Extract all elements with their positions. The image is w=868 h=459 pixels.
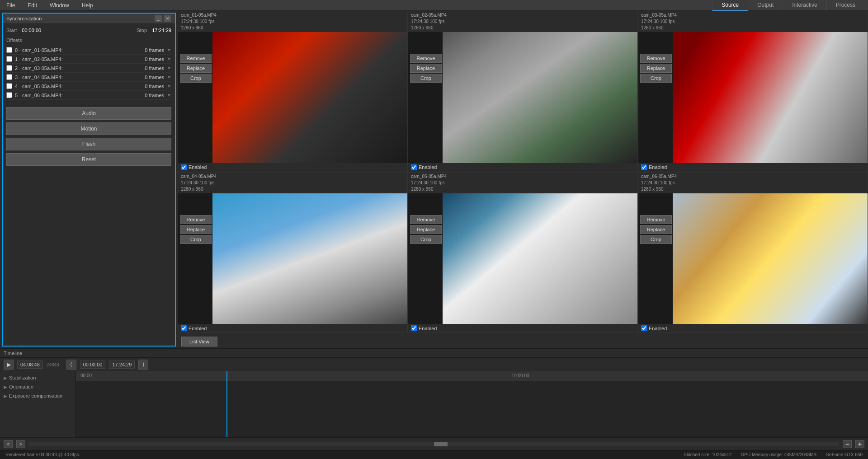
menubar: File Edit Window Help Source Output Inte… — [0, 0, 868, 11]
camera-name-4: 4 - cam_05-05a.MP4: — [15, 84, 145, 89]
sync-close-btn[interactable]: ✕ — [164, 15, 171, 22]
timeline: Timeline ▶ 04:08:48 24848 ⟨ 00:00:00 17:… — [0, 348, 868, 450]
track-exposure[interactable]: ▶ Exposure compensation — [0, 391, 75, 400]
cam-buttons-3: Remove Replace Crop — [180, 215, 212, 244]
camera-grid: cam_01-05a.MP4 17:24:30 100 fps 1280 x 9… — [178, 11, 868, 348]
cam-filename-5: cam_06-05a.MP4 — [641, 173, 865, 180]
camera-check-4[interactable] — [6, 83, 12, 89]
tab-output[interactable]: Output — [748, 0, 783, 11]
timeline-track-area[interactable] — [76, 381, 868, 437]
camera-arrow-1[interactable]: ▼ — [167, 56, 171, 61]
camera-check-1[interactable] — [6, 56, 12, 62]
remove-btn-0[interactable]: Remove — [180, 54, 212, 63]
camera-check-0[interactable] — [6, 47, 12, 53]
list-view-button[interactable]: List View — [181, 337, 217, 347]
cam-filename-2: cam_03-05a.MP4 — [641, 12, 865, 19]
replace-btn-0[interactable]: Replace — [180, 64, 212, 73]
replace-btn-1[interactable]: Replace — [410, 64, 442, 73]
play-button[interactable]: ▶ — [4, 360, 14, 370]
nav-prev-btn[interactable]: < — [4, 440, 13, 448]
scroll-thumb[interactable] — [434, 442, 448, 446]
crop-btn-5[interactable]: Crop — [640, 235, 672, 244]
camera-arrow-5[interactable]: ▼ — [167, 93, 171, 98]
cam-enabled-check-3[interactable] — [181, 325, 187, 331]
timeline-ruler[interactable]: 00:00 10:00:00 — [76, 371, 868, 381]
cam-timecode-1: 17:24:30 100 fps — [411, 19, 635, 25]
cam-enabled-check-2[interactable] — [641, 164, 647, 170]
zoom-in-btn[interactable]: + — [855, 440, 864, 448]
remove-btn-4[interactable]: Remove — [410, 215, 442, 224]
menu-file[interactable]: File — [4, 1, 18, 9]
track-stabilization[interactable]: ▶ Stabilization — [0, 373, 75, 382]
forward-button[interactable]: ⟩ — [138, 360, 148, 370]
camera-row-1: 1 - cam_02-05a.MP4: 0 frames ▼ — [6, 55, 171, 64]
camera-frames-1: 0 frames — [145, 56, 164, 62]
cam-header-4: cam_05-05a.MP4 17:24:30 100 fps 1280 x 9… — [408, 173, 637, 193]
track-orientation[interactable]: ▶ Orientation — [0, 382, 75, 391]
replace-btn-2[interactable]: Replace — [640, 64, 672, 73]
ruler-mark-1: 10:00:00 — [512, 373, 529, 378]
timeline-scrollbar[interactable] — [29, 442, 839, 446]
track-label-exposure: Exposure compensation — [9, 393, 62, 398]
sync-minimize-btn[interactable]: _ — [155, 15, 162, 22]
cam-enabled-label-0: Enabled — [189, 164, 207, 170]
playhead[interactable] — [226, 371, 227, 381]
remove-btn-1[interactable]: Remove — [410, 54, 442, 63]
status-gpu: GeForce GTX 660 — [826, 452, 863, 457]
crop-btn-3[interactable]: Crop — [180, 235, 212, 244]
menu-help[interactable]: Help — [79, 1, 96, 9]
replace-btn-3[interactable]: Replace — [180, 225, 212, 234]
cam-preview-1 — [443, 32, 637, 163]
replace-btn-4[interactable]: Replace — [410, 225, 442, 234]
main-content: Synchronization _ ✕ Start 00:00:00 Stop … — [0, 11, 868, 348]
motion-button[interactable]: Motion — [6, 122, 171, 135]
cam-resolution-1: 1280 x 960 — [411, 25, 635, 31]
tab-source[interactable]: Source — [712, 0, 748, 11]
menu-window[interactable]: Window — [47, 1, 72, 9]
camera-arrow-2[interactable]: ▼ — [167, 66, 171, 70]
camera-arrow-0[interactable]: ▼ — [167, 47, 171, 52]
tab-interactive[interactable]: Interactive — [783, 0, 826, 11]
nav-next-btn[interactable]: > — [16, 440, 25, 448]
camera-arrow-4[interactable]: ▼ — [167, 84, 171, 89]
crop-btn-0[interactable]: Crop — [180, 74, 212, 83]
cam-timecode-3: 17:24:30 100 fps — [181, 180, 405, 186]
rewind-button[interactable]: ⟨ — [66, 360, 76, 370]
cam-timecode-2: 17:24:30 100 fps — [641, 19, 865, 25]
cam-cell-4: cam_05-05a.MP4 17:24:30 100 fps 1280 x 9… — [408, 172, 638, 333]
tab-process[interactable]: Process — [826, 0, 864, 11]
expand-icon-orientation: ▶ — [4, 384, 7, 389]
camera-arrow-3[interactable]: ▼ — [167, 75, 171, 80]
timeline-end-tc: 17:24:29 — [109, 361, 135, 369]
timeline-timecode: 04:08:48 — [17, 361, 43, 369]
reset-button[interactable]: Reset — [6, 153, 171, 166]
cam-buttons-5: Remove Replace Crop — [640, 215, 672, 244]
track-label-orientation: Orientation — [9, 384, 33, 389]
crop-btn-4[interactable]: Crop — [410, 235, 442, 244]
flash-button[interactable]: Flash — [6, 138, 171, 150]
cam-enabled-check-0[interactable] — [181, 164, 187, 170]
cam-timecode-0: 17:24:30 100 fps — [181, 19, 405, 25]
camera-frames-3: 0 frames — [145, 75, 164, 80]
menu-edit[interactable]: Edit — [25, 1, 40, 9]
sync-title: Synchronization — [6, 16, 42, 21]
cam-enabled-check-5[interactable] — [641, 325, 647, 331]
camera-check-5[interactable] — [6, 92, 12, 98]
camera-name-3: 3 - cam_04-05a.MP4: — [15, 75, 145, 80]
camera-check-2[interactable] — [6, 65, 12, 71]
replace-btn-5[interactable]: Replace — [640, 225, 672, 234]
audio-button[interactable]: Audio — [6, 107, 171, 120]
crop-btn-1[interactable]: Crop — [410, 74, 442, 83]
zoom-out-btn[interactable]: − — [843, 440, 852, 448]
cam-enabled-check-4[interactable] — [411, 325, 417, 331]
remove-btn-5[interactable]: Remove — [640, 215, 672, 224]
crop-btn-2[interactable]: Crop — [640, 74, 672, 83]
remove-btn-2[interactable]: Remove — [640, 54, 672, 63]
cam-buttons-1: Remove Replace Crop — [410, 54, 442, 83]
ruler-mark-0: 00:00 — [80, 373, 92, 378]
remove-btn-3[interactable]: Remove — [180, 215, 212, 224]
camera-check-3[interactable] — [6, 74, 12, 80]
cam-enabled-check-1[interactable] — [411, 164, 417, 170]
cam-header-0: cam_01-05a.MP4 17:24:30 100 fps 1280 x 9… — [178, 11, 407, 32]
cam-header-1: cam_02-05a.MP4 17:24:30 100 fps 1280 x 9… — [408, 11, 637, 32]
